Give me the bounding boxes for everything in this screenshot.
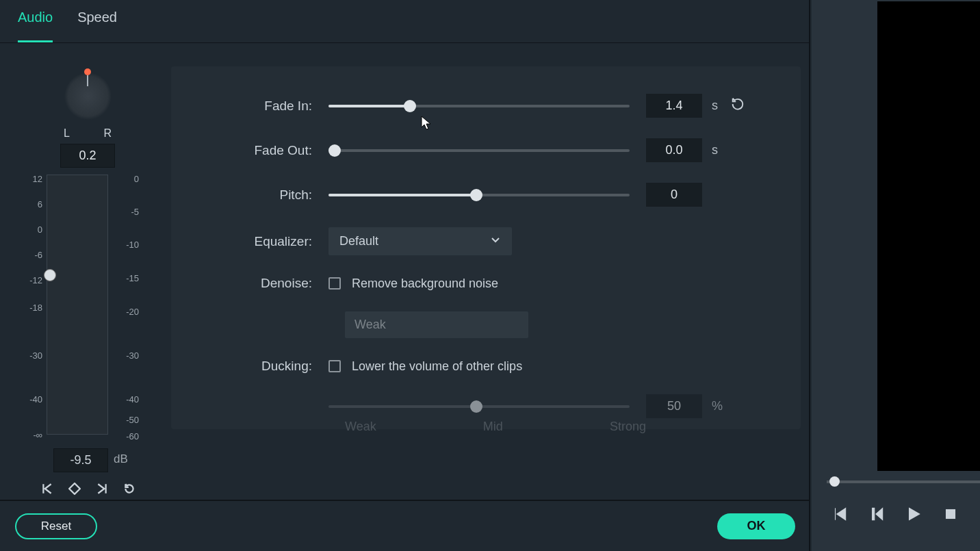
keyframe-prev-icon[interactable] xyxy=(41,483,53,495)
fade-out-handle[interactable] xyxy=(328,144,341,157)
fade-out-unit: s xyxy=(712,143,718,157)
preview-panel xyxy=(812,0,980,551)
ducking-unit: % xyxy=(712,399,723,413)
fade-in-handle[interactable] xyxy=(404,100,416,112)
fade-in-reset-icon[interactable] xyxy=(730,97,745,115)
volume-track[interactable] xyxy=(47,175,108,435)
pitch-value[interactable]: 0 xyxy=(646,183,702,207)
chevron-down-icon xyxy=(490,234,501,248)
pitch-slider[interactable] xyxy=(328,194,630,196)
svg-rect-0 xyxy=(946,510,955,519)
ducking-checkbox[interactable] xyxy=(328,360,341,372)
keyframe-toolbar xyxy=(41,483,136,495)
volume-meter: 12 6 0 -6 -12 -18 -30 -40 -∞ 0 -5 -10 -1… xyxy=(19,175,156,441)
ducking-label: Ducking: xyxy=(192,359,328,374)
scrubber-handle[interactable] xyxy=(829,476,840,487)
ducking-checkbox-label: Lower the volume of other clips xyxy=(352,359,522,374)
volume-db-unit: dB xyxy=(114,452,128,466)
pitch-handle[interactable] xyxy=(470,189,482,201)
balance-knob[interactable] xyxy=(62,71,114,122)
denoise-label: Denoise: xyxy=(192,276,328,291)
fade-out-value[interactable]: 0.0 xyxy=(646,138,702,162)
ok-button[interactable]: OK xyxy=(717,513,795,539)
fade-in-value[interactable]: 1.4 xyxy=(646,94,702,118)
balance-value-input[interactable]: 0.2 xyxy=(60,144,115,168)
equalizer-label: Equalizer: xyxy=(192,234,328,249)
audio-settings-card: Fade In: 1.4 s Fade Out: 0.0 s P xyxy=(171,66,801,429)
preview-video xyxy=(877,1,980,471)
equalizer-select[interactable]: Default xyxy=(328,227,512,255)
balance-center-tick xyxy=(87,75,88,86)
denoise-strength-select[interactable]: Weak xyxy=(345,311,528,338)
ducking-mark-strong: Strong xyxy=(610,420,646,434)
tab-audio[interactable]: Audio xyxy=(18,10,53,42)
fade-out-label: Fade Out: xyxy=(192,143,328,158)
balance-right-label: R xyxy=(103,127,112,140)
playback-play-icon[interactable] xyxy=(905,505,923,523)
pitch-label: Pitch: xyxy=(192,188,328,203)
tab-speed[interactable]: Speed xyxy=(77,10,117,42)
ducking-handle[interactable] xyxy=(470,400,482,413)
reset-button[interactable]: Reset xyxy=(15,513,97,539)
denoise-checkbox[interactable] xyxy=(328,277,341,290)
fade-in-label: Fade In: xyxy=(192,99,328,114)
keyframe-next-icon[interactable] xyxy=(96,483,108,495)
balance-left-label: L xyxy=(64,127,70,140)
fade-in-slider[interactable] xyxy=(328,105,630,107)
playback-stop-icon[interactable] xyxy=(942,505,959,523)
keyframe-add-icon[interactable] xyxy=(68,483,81,495)
tabs: Audio Speed xyxy=(0,0,809,43)
ducking-slider[interactable] xyxy=(328,405,630,408)
ducking-value[interactable]: 50 xyxy=(646,394,702,418)
equalizer-selected: Default xyxy=(339,234,378,248)
volume-db-input[interactable]: -9.5 xyxy=(53,448,108,472)
playback-step-back-icon[interactable] xyxy=(868,505,886,523)
balance-indicator-dot xyxy=(84,68,91,75)
playback-prev-icon[interactable] xyxy=(831,505,849,523)
fade-out-slider[interactable] xyxy=(328,149,630,152)
ducking-mark-mid: Mid xyxy=(483,420,503,434)
preview-scrubber[interactable] xyxy=(827,480,980,483)
volume-handle[interactable] xyxy=(44,269,56,281)
denoise-checkbox-label: Remove background noise xyxy=(352,277,498,291)
keyframe-reset-icon[interactable] xyxy=(123,483,136,495)
fade-in-unit: s xyxy=(712,99,718,113)
ducking-mark-weak: Weak xyxy=(345,420,376,434)
